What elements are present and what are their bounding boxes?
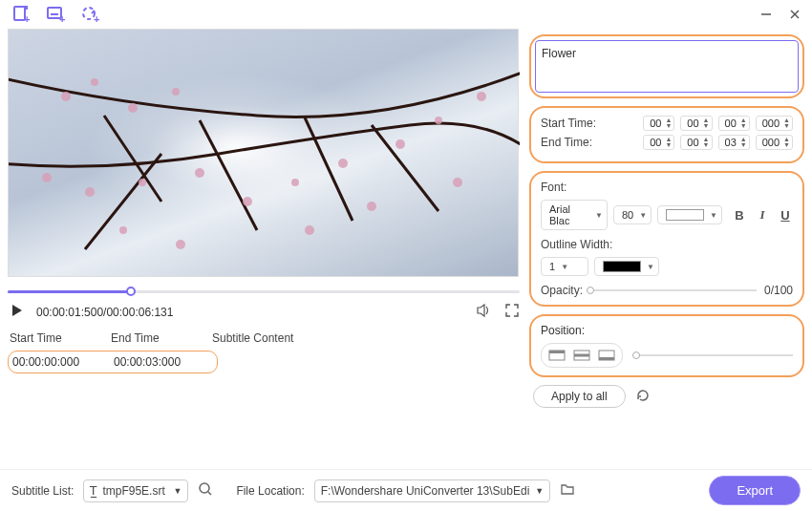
play-button[interactable] bbox=[10, 303, 25, 321]
folder-icon[interactable] bbox=[560, 481, 575, 500]
svg-point-22 bbox=[395, 139, 405, 149]
start-ms[interactable]: 000▲▼ bbox=[756, 116, 793, 131]
file-location-label: File Location: bbox=[236, 484, 304, 498]
position-top-button[interactable] bbox=[545, 347, 569, 364]
svg-point-11 bbox=[61, 92, 71, 101]
svg-point-14 bbox=[172, 88, 180, 96]
apply-to-all-button[interactable]: Apply to all bbox=[533, 385, 626, 408]
bold-button[interactable]: B bbox=[732, 207, 747, 223]
outline-width-label: Outline Width: bbox=[541, 238, 793, 251]
font-group: Font: Arial Blac▼ 80▼ ▼ B I U Outline Wi… bbox=[529, 171, 804, 307]
svg-text:+: + bbox=[24, 13, 30, 24]
svg-point-28 bbox=[176, 240, 185, 249]
subtitle-glyph-icon: T̲ bbox=[90, 484, 96, 498]
start-time-label: Start Time: bbox=[541, 117, 606, 130]
svg-point-12 bbox=[91, 78, 98, 86]
svg-rect-35 bbox=[599, 357, 614, 360]
add-subtitle-icon[interactable]: + bbox=[45, 4, 66, 25]
outline-width-select[interactable]: 1▼ bbox=[541, 257, 588, 276]
svg-rect-33 bbox=[574, 354, 589, 357]
add-file-icon[interactable]: + bbox=[11, 4, 32, 25]
svg-point-23 bbox=[435, 117, 442, 124]
start-min[interactable]: 00▲▼ bbox=[680, 116, 712, 131]
svg-point-20 bbox=[291, 179, 299, 186]
svg-point-18 bbox=[195, 168, 204, 178]
video-preview[interactable] bbox=[8, 29, 519, 277]
position-offset-slider[interactable] bbox=[636, 354, 793, 356]
svg-rect-10 bbox=[9, 30, 520, 278]
subtitle-file-select[interactable]: T̲ tmpF95E.srt ▼ bbox=[83, 479, 188, 502]
end-time-label: End Time: bbox=[541, 136, 606, 149]
auto-subtitle-icon[interactable]: + bbox=[79, 4, 100, 25]
end-sec[interactable]: 03▲▼ bbox=[718, 135, 750, 150]
footer: Subtitle List: T̲ tmpF95E.srt ▼ File Loc… bbox=[0, 469, 812, 511]
svg-point-21 bbox=[338, 159, 348, 168]
svg-point-13 bbox=[128, 103, 138, 113]
col-content: Subtitle Content bbox=[212, 331, 293, 345]
end-hour[interactable]: 00▲▼ bbox=[643, 135, 674, 150]
timeline-slider[interactable] bbox=[8, 285, 524, 298]
time-group: Start Time: 00▲▼ 00▲▼ 00▲▼ 000▲▼ End Tim… bbox=[529, 106, 804, 163]
position-middle-button[interactable] bbox=[569, 347, 594, 364]
end-ms[interactable]: 000▲▼ bbox=[756, 135, 793, 150]
font-name-select[interactable]: Arial Blac▼ bbox=[541, 200, 608, 230]
export-button[interactable]: Export bbox=[709, 476, 801, 505]
subtitle-text-input[interactable]: Flower bbox=[535, 40, 799, 93]
reset-icon[interactable] bbox=[635, 388, 651, 406]
svg-point-16 bbox=[85, 187, 95, 197]
svg-point-26 bbox=[367, 202, 376, 211]
end-min[interactable]: 00▲▼ bbox=[680, 135, 712, 150]
subtitle-table-header: Start Time End Time Subtitle Content bbox=[8, 328, 524, 349]
position-bottom-button[interactable] bbox=[594, 347, 619, 364]
subtitle-row[interactable]: 00:00:00:000 00:00:03:000 bbox=[8, 351, 218, 373]
close-button[interactable] bbox=[785, 5, 804, 24]
fullscreen-icon[interactable] bbox=[504, 303, 520, 321]
minimize-button[interactable] bbox=[757, 5, 776, 24]
svg-text:+: + bbox=[59, 13, 65, 24]
start-hour[interactable]: 00▲▼ bbox=[643, 116, 674, 131]
italic-button[interactable]: I bbox=[755, 207, 770, 223]
svg-line-37 bbox=[208, 492, 211, 495]
col-end: End Time bbox=[111, 331, 185, 345]
position-label: Position: bbox=[541, 324, 585, 337]
opacity-slider[interactable] bbox=[590, 289, 757, 291]
row-end: 00:00:03:000 bbox=[114, 355, 188, 369]
svg-point-19 bbox=[243, 197, 252, 206]
font-color-select[interactable]: ▼ bbox=[657, 205, 722, 224]
svg-point-36 bbox=[200, 483, 209, 493]
position-group: Position: bbox=[529, 314, 804, 377]
underline-button[interactable]: U bbox=[778, 207, 793, 223]
outline-color-select[interactable]: ▼ bbox=[594, 257, 659, 276]
svg-point-24 bbox=[477, 92, 486, 101]
font-size-select[interactable]: 80▼ bbox=[613, 205, 652, 224]
svg-text:+: + bbox=[94, 13, 99, 24]
file-location-select[interactable]: F:\Wondershare UniConverter 13\SubEdi ▼ bbox=[314, 479, 550, 502]
col-start: Start Time bbox=[10, 331, 84, 345]
timecode: 00:00:01:500/00:00:06:131 bbox=[36, 306, 173, 319]
search-icon[interactable] bbox=[198, 481, 213, 500]
opacity-label: Opacity: bbox=[541, 284, 583, 297]
svg-rect-31 bbox=[549, 351, 565, 353]
subtitle-text-group: Flower bbox=[529, 34, 804, 98]
svg-point-27 bbox=[119, 226, 127, 234]
svg-point-15 bbox=[42, 173, 52, 182]
opacity-value: 0/100 bbox=[764, 284, 793, 297]
svg-point-29 bbox=[305, 225, 314, 235]
svg-point-17 bbox=[139, 179, 146, 186]
svg-point-25 bbox=[453, 178, 462, 187]
volume-icon[interactable] bbox=[476, 302, 493, 322]
font-label: Font: bbox=[541, 181, 793, 194]
start-sec[interactable]: 00▲▼ bbox=[718, 116, 750, 131]
subtitle-list-label: Subtitle List: bbox=[11, 484, 74, 498]
row-start: 00:00:00:000 bbox=[12, 355, 87, 369]
titlebar: + + + bbox=[0, 0, 812, 29]
